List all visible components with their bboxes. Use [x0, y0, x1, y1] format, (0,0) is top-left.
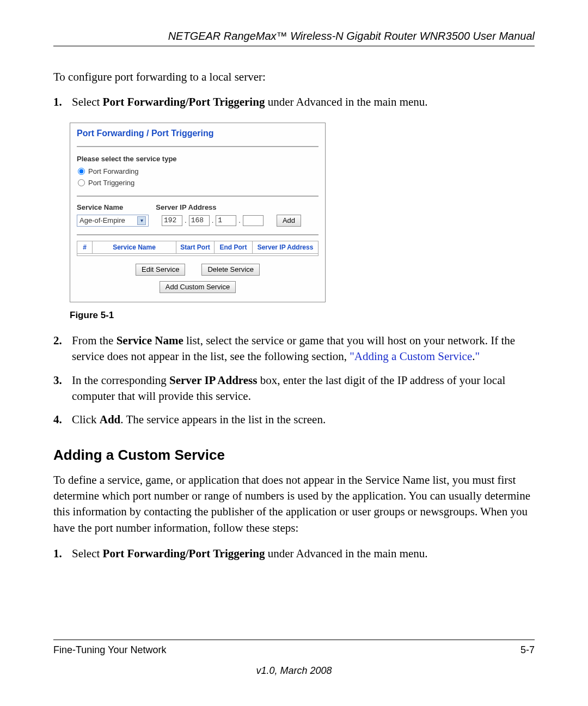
add-custom-service-button[interactable]: Add Custom Service: [160, 281, 236, 293]
figure-caption: Figure 5-1: [70, 310, 535, 321]
step-text: From the Service Name list, select the s…: [72, 333, 535, 365]
chevron-down-icon[interactable]: ▾: [137, 216, 146, 225]
services-table-body: [77, 254, 318, 256]
ip-octet-1[interactable]: 192: [162, 215, 182, 226]
step-number: 4.: [53, 412, 72, 428]
step-item: 2.From the Service Name list, select the…: [53, 333, 535, 365]
add-button[interactable]: Add: [277, 215, 301, 227]
step-item: 1.Select Port Forwarding/Port Triggering…: [53, 94, 535, 110]
port-forwarding-radio[interactable]: [78, 168, 85, 175]
services-table-header: # Service Name Start Port End Port Serve…: [77, 241, 318, 254]
ip-octet-3[interactable]: 1: [216, 215, 236, 226]
col-server-ip: Server IP Address: [253, 241, 318, 253]
step-text: Click Add. The service appears in the li…: [72, 412, 535, 428]
service-name-label: Service Name: [77, 203, 123, 211]
ip-octet-2[interactable]: 168: [189, 215, 210, 226]
step-text: Select Port Forwarding/Port Triggering u…: [72, 546, 535, 562]
ip-octet-4[interactable]: [243, 215, 264, 226]
screenshot-title: Port Forwarding / Port Triggering: [77, 129, 318, 147]
step-number: 3.: [53, 373, 72, 405]
col-start-port: Start Port: [176, 241, 215, 253]
footer-version: v1.0, March 2008: [0, 665, 588, 677]
page-footer: Fine-Tuning Your Network 5-7: [53, 640, 535, 656]
port-forwarding-label: Port Forwarding: [88, 167, 138, 175]
section-para: To define a service, game, or applicatio…: [53, 472, 535, 537]
figure-block: Port Forwarding / Port Triggering Please…: [70, 123, 535, 321]
service-type-label: Please select the service type: [77, 155, 318, 163]
step-item: 1.Select Port Forwarding/Port Triggering…: [53, 546, 535, 562]
footer-section: Fine-Tuning Your Network: [53, 644, 166, 656]
step-text: In the corresponding Server IP Address b…: [72, 373, 535, 405]
page-header: NETGEAR RangeMax™ Wireless-N Gigabit Rou…: [53, 30, 535, 46]
step-item: 3.In the corresponding Server IP Address…: [53, 373, 535, 405]
port-triggering-label: Port Triggering: [88, 179, 134, 187]
col-service-name: Service Name: [93, 241, 176, 253]
step-number: 1.: [53, 546, 72, 562]
intro-text: To configure port forwarding to a local …: [53, 69, 535, 84]
edit-service-button[interactable]: Edit Service: [136, 264, 185, 276]
step-item: 4.Click Add. The service appears in the …: [53, 412, 535, 428]
service-name-select[interactable]: Age-of-Empire ▾: [77, 215, 149, 227]
screenshot-panel: Port Forwarding / Port Triggering Please…: [70, 123, 326, 302]
footer-page: 5-7: [520, 644, 535, 656]
step-text: Select Port Forwarding/Port Triggering u…: [72, 94, 535, 110]
step-number: 2.: [53, 333, 72, 365]
col-end-port: End Port: [215, 241, 253, 253]
delete-service-button[interactable]: Delete Service: [201, 264, 260, 276]
step-number: 1.: [53, 94, 72, 110]
col-number: #: [77, 241, 93, 253]
server-ip-label: Server IP Address: [156, 203, 216, 211]
service-name-value: Age-of-Empire: [79, 216, 125, 224]
section-heading: Adding a Custom Service: [53, 447, 535, 464]
port-triggering-radio[interactable]: [78, 179, 85, 186]
